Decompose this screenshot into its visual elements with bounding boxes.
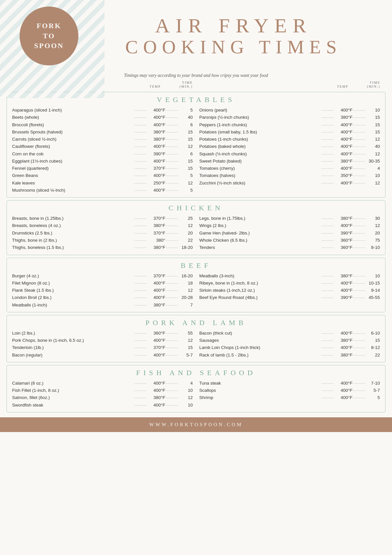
item-time-beef-right-1: 10-15 bbox=[366, 280, 380, 287]
item-row-vegetables-left-4: Carrots (sliced ½-inch)········380°F ···… bbox=[12, 136, 193, 143]
dots2-fish-seafood-left-2: ········ bbox=[166, 394, 178, 401]
item-time-chicken-right-3: 75 bbox=[366, 237, 380, 244]
item-time-vegetables-right-10: 12 bbox=[366, 180, 380, 187]
dots2-vegetables-left-1: ········ bbox=[166, 114, 178, 121]
item-temp-vegetables-left-3: 380°F bbox=[147, 129, 165, 136]
item-name-chicken-left-1: Breasts, boneless (4 oz.) bbox=[12, 222, 134, 229]
dots2-fish-seafood-left-3: ········ bbox=[166, 402, 178, 409]
item-time-chicken-right-1: 12 bbox=[366, 222, 380, 229]
dots2-chicken-left-3: ········ bbox=[166, 237, 178, 244]
dots1-pork-lamb-left-2: ········ bbox=[134, 344, 147, 351]
item-time-pork-lamb-right-1: 15 bbox=[366, 337, 380, 344]
dots1-chicken-right-4: ········ bbox=[321, 244, 334, 251]
item-row-beef-right-3: Beef Eye Round Roast (4lbs.)········390°… bbox=[199, 294, 380, 301]
item-name-pork-lamb-right-0: Bacon (thick cut) bbox=[199, 330, 321, 337]
item-name-pork-lamb-left-1: Pork Chops, bone in (1-inch, 6.5 oz.) bbox=[12, 337, 134, 344]
item-name-vegetables-right-5: Potatoes (baked whole) bbox=[199, 143, 321, 150]
right-col-fish-seafood: Tuna steak········400°F ········7-10Scal… bbox=[199, 380, 380, 409]
item-row-chicken-right-1: Wings (2 lbs.)········400°F ········12 bbox=[199, 222, 380, 229]
item-time-fish-seafood-left-3: 10 bbox=[179, 402, 193, 409]
item-time-chicken-left-4: 18-20 bbox=[179, 244, 193, 251]
dots1-vegetables-left-9: ········ bbox=[134, 172, 147, 179]
item-row-beef-left-2: Flank Steak (1.5 lbs.)········400°F ····… bbox=[12, 287, 193, 294]
item-time-fish-seafood-left-1: 10 bbox=[179, 387, 193, 394]
dots2-vegetables-right-1: ········ bbox=[353, 114, 366, 121]
item-name-fish-seafood-left-1: Fish Fillet (1-inch, 8 oz.) bbox=[12, 387, 134, 394]
item-temp-beef-left-0: 370°F bbox=[147, 272, 165, 280]
item-temp-chicken-right-2: 390°F bbox=[335, 230, 352, 237]
item-time-fish-seafood-right-1: 5-7 bbox=[366, 387, 380, 394]
item-temp-chicken-left-4: 380°F bbox=[147, 244, 165, 251]
item-temp-fish-seafood-left-1: 400°F bbox=[147, 387, 165, 394]
item-name-vegetables-left-10: Kale leaves bbox=[12, 180, 134, 187]
dots1-fish-seafood-right-1: ········ bbox=[321, 387, 334, 394]
left-col-vegetables: Asparagus (sliced 1-inch)········400°F ·… bbox=[12, 107, 193, 194]
section-vegetables: VEGETABLESAsparagus (sliced 1-inch)·····… bbox=[7, 92, 385, 198]
dots2-chicken-left-2: ········ bbox=[166, 230, 178, 237]
item-name-vegetables-left-11: Mushrooms (sliced ¼-Inch) bbox=[12, 187, 134, 194]
item-name-vegetables-right-9: Tomatoes (halves) bbox=[199, 172, 321, 179]
dots1-chicken-left-1: ········ bbox=[134, 222, 147, 229]
item-row-fish-seafood-left-3: Swordfish steak········400°F ········10 bbox=[12, 402, 193, 409]
dots1-pork-lamb-right-2: ········ bbox=[321, 344, 334, 351]
item-row-pork-lamb-right-3: Rack of lamb (1.5 - 2lbs.)········380°F … bbox=[199, 352, 380, 359]
item-name-chicken-left-3: Thighs, bone in (2 lbs.) bbox=[12, 237, 134, 244]
dots1-vegetables-right-5: ········ bbox=[321, 143, 334, 150]
dots1-beef-right-3: ········ bbox=[321, 294, 334, 301]
item-time-beef-right-2: 9-14 bbox=[366, 287, 380, 294]
dots1-chicken-right-0: ········ bbox=[321, 215, 334, 222]
dots1-vegetables-left-10: ········ bbox=[134, 180, 147, 187]
item-temp-vegetables-right-10: 400°F bbox=[335, 180, 352, 187]
item-row-vegetables-left-11: Mushrooms (sliced ¼-Inch)········400°F ·… bbox=[12, 187, 193, 194]
dots2-chicken-left-1: ········ bbox=[166, 222, 178, 229]
item-row-pork-lamb-right-0: Bacon (thick cut)········400°F ········6… bbox=[199, 330, 380, 337]
item-row-beef-right-1: Ribeye, bone in (1-inch, 8 oz.)········4… bbox=[199, 280, 380, 287]
item-row-pork-lamb-left-1: Pork Chops, bone in (1-inch, 6.5 oz.)···… bbox=[12, 337, 193, 344]
dots2-chicken-right-0: ········ bbox=[353, 215, 366, 222]
item-time-chicken-right-4: 8-10 bbox=[366, 244, 380, 251]
item-row-chicken-right-2: Game Hen (halved- 2lbs.)········390°F ··… bbox=[199, 230, 380, 237]
item-temp-vegetables-left-5: 400°F bbox=[147, 143, 165, 150]
dots1-vegetables-left-5: ········ bbox=[134, 143, 147, 150]
dots2-fish-seafood-right-0: ········ bbox=[353, 380, 366, 387]
item-time-beef-left-0: 16-20 bbox=[179, 272, 193, 280]
dots2-beef-left-4: ········ bbox=[166, 302, 178, 309]
item-row-beef-left-3: London Broil (2 lbs.)········400°F ·····… bbox=[12, 294, 193, 301]
dots1-vegetables-right-8: ········ bbox=[321, 165, 334, 172]
item-name-beef-right-1: Ribeye, bone in (1-inch, 8 oz.) bbox=[199, 280, 321, 287]
item-temp-pork-lamb-right-3: 380°F bbox=[335, 352, 352, 359]
item-temp-vegetables-right-0: 400°F bbox=[335, 107, 352, 114]
dots2-vegetables-right-7: ········ bbox=[353, 158, 366, 165]
item-time-vegetables-right-4: 12 bbox=[366, 136, 380, 143]
item-name-fish-seafood-right-1: Scallops bbox=[199, 387, 321, 394]
item-temp-vegetables-right-8: 400°F bbox=[335, 165, 352, 172]
item-row-chicken-right-3: Whole Chicken (6.5 lbs.)········360°F ··… bbox=[199, 237, 380, 244]
item-row-beef-left-0: Burger (4 oz.)········370°F ········16-2… bbox=[12, 272, 193, 280]
item-time-vegetables-right-3: 15 bbox=[366, 129, 380, 136]
dots2-vegetables-left-3: ········ bbox=[166, 129, 178, 136]
item-time-pork-lamb-left-0: 55 bbox=[179, 330, 193, 337]
item-row-vegetables-right-9: Tomatoes (halves)········350°F ········1… bbox=[199, 172, 380, 179]
dots2-pork-lamb-left-1: ········ bbox=[166, 337, 178, 344]
item-temp-vegetables-left-6: 390°F bbox=[147, 150, 165, 158]
item-temp-vegetables-left-8: 370°F bbox=[147, 165, 165, 172]
right-col-headers: Temp Time(Min.) bbox=[199, 81, 380, 89]
item-name-vegetables-left-3: Brussels Sprouts (halved) bbox=[12, 129, 134, 136]
item-name-vegetables-left-8: Fennel (quartered) bbox=[12, 165, 134, 172]
item-row-chicken-left-3: Thighs, bone in (2 lbs.)········380° ···… bbox=[12, 237, 193, 244]
items-grid-chicken: Breasts, bone in (1.25lbs.)········370°F… bbox=[12, 215, 380, 251]
item-temp-chicken-left-1: 380°F bbox=[147, 222, 165, 229]
item-time-vegetables-right-9: 10 bbox=[366, 172, 380, 179]
item-name-fish-seafood-left-3: Swordfish steak bbox=[12, 402, 134, 409]
item-name-vegetables-left-2: Broccoli (florets) bbox=[12, 121, 134, 129]
right-col-pork-lamb: Bacon (thick cut)········400°F ········6… bbox=[199, 330, 380, 359]
item-name-vegetables-right-2: Peppers (1-inch chunks) bbox=[199, 121, 321, 129]
dots1-vegetables-left-3: ········ bbox=[134, 129, 147, 136]
item-row-fish-seafood-right-0: Tuna steak········400°F ········7-10 bbox=[199, 380, 380, 387]
item-temp-fish-seafood-right-2: 400°F bbox=[335, 394, 352, 401]
dots1-vegetables-right-9: ········ bbox=[321, 172, 334, 179]
item-row-vegetables-right-0: Onions (pearl)········400°F ········10 bbox=[199, 107, 380, 114]
temp-label-right: Temp bbox=[328, 85, 357, 89]
item-time-chicken-right-0: 30 bbox=[366, 215, 380, 222]
dots1-vegetables-left-1: ········ bbox=[134, 114, 147, 121]
